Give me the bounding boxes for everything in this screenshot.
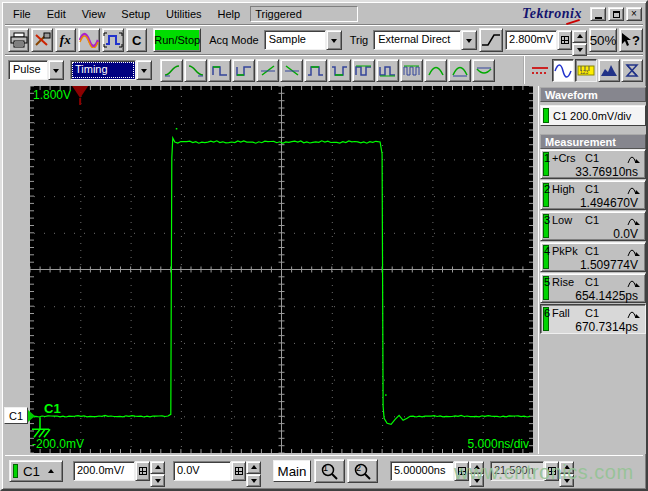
- print-button[interactable]: [8, 28, 29, 52]
- vertical-scale-value[interactable]: 200.0mV/: [73, 461, 135, 481]
- measurement-row[interactable]: 6 FallC1 670.7314ps: [540, 304, 646, 334]
- vertical-scale-spinner[interactable]: 200.0mV/: [73, 461, 165, 481]
- menu-setup[interactable]: Setup: [113, 5, 158, 24]
- minimize-button[interactable]: [590, 7, 606, 21]
- trigger-level-value[interactable]: 2.800mV: [505, 30, 557, 50]
- positive-pulse-icon[interactable]: [304, 59, 327, 82]
- channel-color-bar: [543, 108, 549, 123]
- burst-width-icon[interactable]: [400, 59, 423, 82]
- chevron-down-icon: [251, 479, 257, 486]
- trigger-slope-icon: [481, 33, 501, 47]
- menu-view[interactable]: View: [74, 5, 114, 24]
- frequency-icon[interactable]: [376, 59, 399, 82]
- negative-width-icon[interactable]: [232, 59, 255, 82]
- negative-pulse-icon[interactable]: [328, 59, 351, 82]
- cursors-icon[interactable]: [529, 59, 551, 82]
- restore-button[interactable]: [608, 7, 624, 21]
- trigger-source-select[interactable]: External Direct: [373, 30, 477, 50]
- resolution-spinner[interactable]: 21.500n: [490, 461, 574, 481]
- keypad-button[interactable]: [544, 461, 559, 481]
- channel-scale-button[interactable]: C1 200.0mV/div: [540, 105, 646, 126]
- decrement-button[interactable]: [572, 43, 587, 56]
- measurement-row[interactable]: 1 +CrsC1 33.76910ns: [540, 149, 646, 179]
- measurement-index: 5: [543, 276, 551, 288]
- decrement-button[interactable]: [246, 474, 261, 487]
- timebase-spinner[interactable]: 5.00000ns: [390, 461, 484, 481]
- waveform-display-icon[interactable]: [552, 59, 574, 82]
- measure-mode-dropdown-button[interactable]: [48, 60, 64, 80]
- menu-file[interactable]: File: [5, 5, 39, 24]
- measure-mode-select[interactable]: Pulse: [8, 60, 64, 80]
- run-stop-button[interactable]: Run/Stop: [153, 28, 201, 52]
- positive-cross-icon[interactable]: [256, 59, 279, 82]
- measurement-source: C1: [585, 307, 609, 319]
- rise-time-icon[interactable]: [160, 59, 183, 82]
- keypad-icon: [548, 467, 556, 475]
- acq-mode-select[interactable]: Sample: [264, 30, 342, 50]
- acq-mode-label: Acq Mode: [209, 34, 259, 46]
- measurement-row[interactable]: 3 LowC1 0.0V: [540, 211, 646, 241]
- decrement-button[interactable]: [469, 474, 484, 487]
- menu-utilities[interactable]: Utilities: [158, 5, 209, 24]
- xy-display-icon[interactable]: [621, 59, 643, 82]
- measurement-value: 1.509774V: [552, 258, 643, 272]
- horizontal-vertical-bar: C1 200.0mV/ 0.0V Main 1 2 5.00000ns 2: [5, 455, 643, 486]
- negative-overshoot-icon[interactable]: [448, 59, 471, 82]
- horizontal-main-button[interactable]: Main: [273, 460, 311, 482]
- timebase-value[interactable]: 5.00000ns: [390, 461, 454, 481]
- decrement-button[interactable]: [150, 474, 165, 487]
- measure-submode-select[interactable]: Timing: [70, 60, 152, 80]
- decrement-button[interactable]: [559, 474, 574, 487]
- increment-button[interactable]: [246, 461, 261, 474]
- keypad-button[interactable]: [135, 461, 150, 481]
- trigger-level-spinner[interactable]: 2.800mV: [505, 30, 587, 50]
- trigger-slope-button[interactable]: [479, 28, 503, 52]
- keypad-button[interactable]: [557, 30, 572, 50]
- measurement-value: 1.494670V: [552, 196, 643, 210]
- fall-time-icon[interactable]: [184, 59, 207, 82]
- measurement-name: PkPk: [552, 245, 585, 257]
- close-button[interactable]: ×: [626, 7, 642, 21]
- measure-submode-dropdown-button[interactable]: [136, 60, 152, 80]
- histogram-icon[interactable]: [598, 59, 620, 82]
- negative-cross-icon[interactable]: [280, 59, 303, 82]
- math-fx-button[interactable]: fx: [55, 28, 76, 52]
- zoom2-button[interactable]: 2: [347, 459, 378, 483]
- menu-edit[interactable]: Edit: [39, 5, 74, 24]
- waveform-colors-button[interactable]: [78, 28, 100, 52]
- measurement-row[interactable]: 4 PkPkC1 1.509774V: [540, 242, 646, 272]
- menu-help[interactable]: Help: [210, 5, 249, 24]
- zoom1-button[interactable]: 1: [314, 459, 345, 483]
- chevron-down-icon: [141, 69, 147, 76]
- increment-button[interactable]: [469, 461, 484, 474]
- channel-select-button[interactable]: C1: [9, 460, 63, 482]
- acq-mode-value: Sample: [264, 30, 326, 50]
- channel-reference-marker[interactable]: C1: [4, 407, 28, 424]
- keypad-button[interactable]: [231, 461, 246, 481]
- measurement-type-icon: [627, 153, 641, 164]
- measure-ruler-icon[interactable]: 123: [575, 59, 597, 82]
- display-zoom-button[interactable]: 50%: [589, 28, 617, 52]
- acq-mode-dropdown-button[interactable]: [326, 30, 342, 50]
- increment-button[interactable]: [559, 461, 574, 474]
- tools-button[interactable]: [31, 28, 52, 52]
- undershoot-icon[interactable]: [472, 59, 495, 82]
- clear-button[interactable]: C: [126, 28, 147, 52]
- keypad-button[interactable]: [454, 461, 469, 481]
- chevron-up-icon: [48, 466, 54, 473]
- positive-width-icon[interactable]: [208, 59, 231, 82]
- context-help-button[interactable]: ?: [619, 28, 643, 52]
- trig-label: Trig: [350, 34, 369, 46]
- positive-overshoot-icon[interactable]: [424, 59, 447, 82]
- increment-button[interactable]: [150, 461, 165, 474]
- measurement-row[interactable]: 2 HighC1 1.494670V: [540, 180, 646, 210]
- vertical-position-value[interactable]: 0.0V: [173, 461, 231, 481]
- measurement-type-icon: [627, 215, 641, 226]
- pulse-capture-button[interactable]: [102, 28, 124, 52]
- vertical-position-spinner[interactable]: 0.0V: [173, 461, 261, 481]
- increment-button[interactable]: [572, 30, 587, 43]
- trigger-source-dropdown-button[interactable]: [461, 30, 477, 50]
- period-icon[interactable]: [352, 59, 375, 82]
- measurement-row[interactable]: 5 RiseC1 654.1425ps: [540, 273, 646, 303]
- measurement-source: C1: [585, 183, 609, 195]
